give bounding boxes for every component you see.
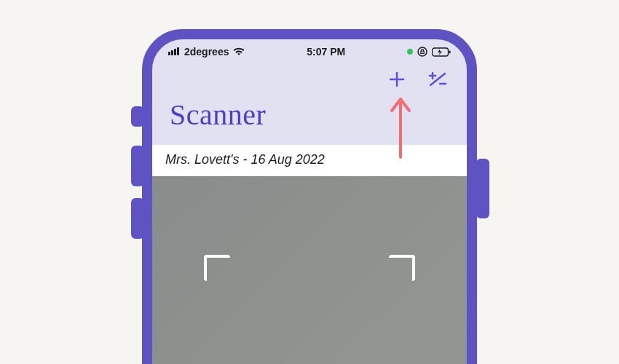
carrier-label: 2degrees <box>184 46 229 58</box>
nav-actions <box>152 64 467 98</box>
session-label: Mrs. Lovett's - 16 Aug 2022 <box>165 152 454 167</box>
orientation-lock-icon <box>417 47 427 57</box>
svg-rect-2 <box>449 50 451 53</box>
plus-icon <box>388 71 406 91</box>
phone-screen: 2degrees 5:07 PM <box>152 39 467 364</box>
plus-minus-icon <box>428 71 447 91</box>
viewfinder-frame <box>204 255 415 364</box>
camera-in-use-dot-icon <box>407 49 413 55</box>
viewfinder-corner-tl-icon <box>204 255 230 281</box>
adjust-button[interactable] <box>427 71 448 91</box>
camera-viewport[interactable] <box>152 176 467 364</box>
session-strip[interactable]: Mrs. Lovett's - 16 Aug 2022 <box>152 145 467 176</box>
phone-frame: 2degrees 5:07 PM <box>142 29 477 364</box>
status-right <box>407 47 451 57</box>
add-button[interactable] <box>387 71 407 91</box>
viewfinder-corner-tr-icon <box>389 255 415 281</box>
status-bar: 2degrees 5:07 PM <box>152 39 467 64</box>
page-title: Scanner <box>170 98 449 132</box>
device-power-button <box>476 159 489 218</box>
signal-bars-icon <box>168 46 180 58</box>
wifi-icon <box>233 47 245 56</box>
title-row: Scanner <box>152 98 467 145</box>
svg-point-0 <box>418 47 427 56</box>
status-left: 2degrees <box>168 46 245 58</box>
clock: 5:07 PM <box>245 46 407 58</box>
battery-charging-icon <box>432 47 451 57</box>
